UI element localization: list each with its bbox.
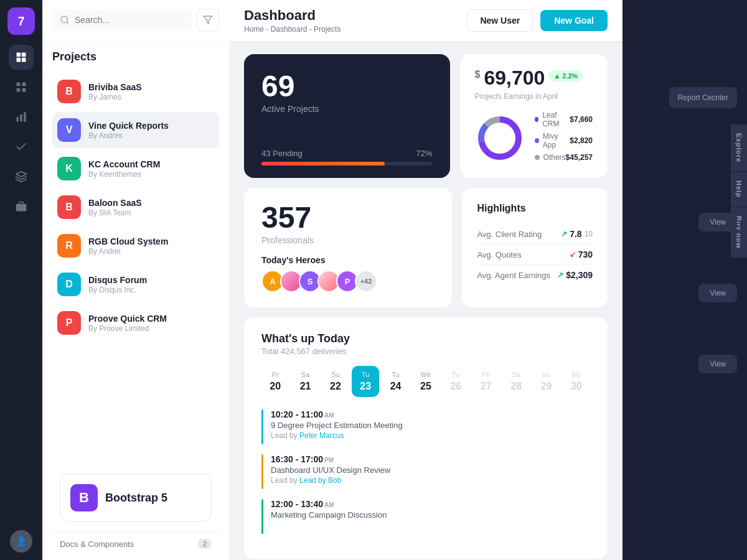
svg-rect-9 (20, 114, 22, 122)
search-input-wrap[interactable] (52, 10, 192, 30)
list-item[interactable]: V Vine Quick Reports By Andres (52, 112, 219, 148)
user-avatar[interactable]: 👤 (10, 530, 32, 553)
report-center-button[interactable]: Report Cecnter (669, 87, 737, 108)
event-lead: Lead by Lead by Bob (271, 476, 390, 485)
svg-rect-10 (24, 113, 26, 122)
svg-rect-7 (22, 88, 26, 92)
cal-day[interactable]: We 25 (412, 366, 439, 397)
user-badge[interactable]: 7 (7, 7, 35, 35)
project-name: Proove Quick CRM (88, 314, 214, 324)
top-bar: Dashboard Home - Dashboard - Projects Ne… (229, 0, 622, 42)
calendar-days: Fr 20 Sa 21 Su 22 Tu 23 (261, 366, 590, 397)
svg-rect-5 (22, 83, 26, 86)
legend-item: Others $45,257 (535, 153, 593, 162)
project-author: By Andrei (88, 247, 214, 256)
highlights-title: Highlights (477, 203, 593, 214)
project-info: Briviba SaaS By James (88, 82, 214, 101)
new-user-button[interactable]: New User (467, 9, 533, 32)
event-person-link[interactable]: Peter Marcus (299, 431, 344, 440)
project-logo: D (57, 273, 81, 296)
view-button-1[interactable]: View (698, 213, 737, 231)
donut-chart (475, 113, 525, 163)
dollar-sign: $ (475, 69, 481, 80)
nav-layers[interactable] (9, 164, 34, 189)
cal-day[interactable]: Fri 27 (472, 366, 500, 397)
bootstrap-label: Bootstrap 5 (105, 492, 167, 505)
search-input[interactable] (75, 15, 184, 25)
nav-dashboard[interactable] (9, 75, 34, 100)
list-item[interactable]: P Proove Quick CRM By Proove Limited (52, 305, 219, 341)
event-bar (261, 454, 263, 489)
project-logo: B (57, 195, 81, 219)
project-info: Proove Quick CRM By Proove Limited (88, 314, 214, 333)
event-item: 10:20 - 11:00AM 9 Degree Project Estimat… (261, 409, 590, 444)
project-author: By Andres (88, 131, 214, 140)
row3: What's up Today Total 424,567 deliveries… (244, 317, 608, 559)
dashboard-body: 69 Active Projects 43 Pending 72% $ (229, 42, 622, 560)
prof-count: 357 (261, 203, 435, 233)
project-name: RGB Cloud System (88, 236, 214, 246)
project-author: By Disqus Inc. (88, 286, 214, 294)
list-item[interactable]: B Briviba SaaS By James (52, 73, 219, 110)
cal-day[interactable]: Sa 28 (502, 366, 530, 397)
view-button-2[interactable]: View (698, 284, 737, 302)
svg-rect-6 (17, 88, 21, 92)
search-icon (60, 15, 70, 25)
project-info: Disqus Forum By Disqus Inc. (88, 275, 214, 294)
projects-title: Projects (52, 50, 219, 63)
list-item[interactable]: D Disqus Forum By Disqus Inc. (52, 266, 219, 302)
search-bar (42, 0, 229, 40)
list-item[interactable]: K KC Account CRM By Keenthemes (52, 151, 219, 187)
nav-chart[interactable] (9, 105, 34, 129)
event-lead: Lead by Peter Marcus (271, 431, 403, 440)
active-projects-card: 69 Active Projects 43 Pending 72% (244, 54, 450, 178)
project-logo: V (57, 118, 81, 142)
cal-day[interactable]: Su 22 (322, 366, 349, 397)
cal-day[interactable]: Tu 26 (442, 366, 469, 397)
heroes-section: Today's Heroes A S P +42 (261, 255, 435, 292)
event-time: 12:00 - 13:40AM (271, 499, 387, 509)
earnings-legend: Leaf CRM $7,660 Mivy App $2,820 Others $… (535, 111, 593, 166)
new-goal-button[interactable]: New Goal (540, 10, 608, 31)
event-details: 12:00 - 13:40AM Marketing Campaign Discu… (271, 499, 387, 534)
progress-section: 43 Pending 72% (261, 149, 433, 166)
cal-day-active[interactable]: Tu 23 (352, 366, 379, 397)
progress-bar-fill (261, 162, 385, 166)
nav-briefcase[interactable] (9, 194, 34, 219)
nav-check[interactable] (9, 134, 34, 159)
earnings-label: Projects Earnings in April (475, 92, 593, 101)
cal-day[interactable]: Tu 24 (382, 366, 409, 397)
docs-link[interactable]: Docs & Components 2 (50, 532, 222, 555)
row2: 357 Professionals Today's Heroes A S P (244, 188, 608, 307)
nav-grid[interactable] (9, 45, 34, 70)
project-logo: R (57, 234, 81, 258)
project-logo: P (57, 311, 81, 335)
cal-day[interactable]: Sa 21 (291, 366, 319, 397)
cal-day[interactable]: Fr 20 (261, 366, 289, 397)
list-item[interactable]: B Baloon SaaS By SIA Team (52, 189, 219, 225)
earnings-amount: $ 69,700 ▲2.2% (475, 67, 593, 90)
highlight-row: Avg. Agent Earnings ↗ $2,309 (477, 265, 593, 285)
event-bar (261, 499, 263, 534)
highlights-card: Highlights Avg. Client Rating ↗ 7.8 10 A… (462, 188, 608, 307)
view-button-3[interactable]: View (698, 355, 737, 373)
project-name: Disqus Forum (88, 275, 214, 285)
filter-button[interactable] (197, 9, 219, 31)
event-time: 10:20 - 11:00AM (271, 409, 403, 419)
main-content: Dashboard Home - Dashboard - Projects Ne… (229, 0, 622, 560)
right-sidebar: Explore Help Buy now Report Cecnter View… (622, 0, 747, 560)
cal-day[interactable]: Su 29 (532, 366, 560, 397)
far-left-sidebar: 7 👤 (0, 0, 42, 560)
event-bar (261, 409, 263, 444)
row1: 69 Active Projects 43 Pending 72% $ (244, 54, 608, 178)
list-item[interactable]: R RGB Cloud System By Andrei (52, 228, 219, 264)
project-info: Baloon SaaS By SIA Team (88, 198, 214, 217)
project-info: KC Account CRM By Keenthemes (88, 159, 214, 179)
event-person-link[interactable]: Lead by Bob (299, 476, 341, 485)
earnings-chart-section: Leaf CRM $7,660 Mivy App $2,820 Others $… (475, 111, 593, 166)
hero-more-count: +42 (355, 270, 377, 292)
bootstrap-panel[interactable]: B Bootstrap 5 (60, 474, 212, 522)
svg-rect-2 (17, 58, 21, 62)
svg-rect-11 (16, 204, 27, 212)
cal-day[interactable]: Mo 30 (563, 366, 590, 397)
